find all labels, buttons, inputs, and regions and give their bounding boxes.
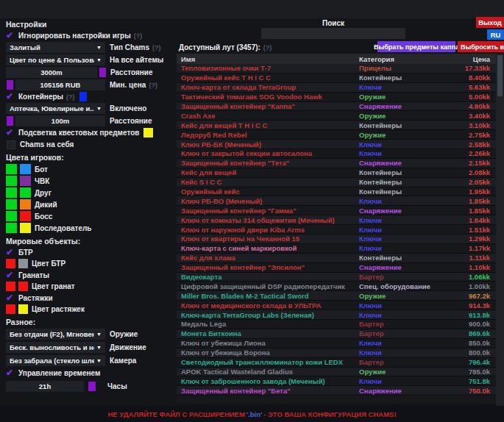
- help-icon[interactable]: (?): [66, 93, 75, 101]
- table-row[interactable]: Ключ от заброшенного завода (Меченый)Клю…: [177, 376, 496, 386]
- world-color-swatch-1[interactable]: [6, 282, 15, 291]
- checkmark-icon[interactable]: ✔: [6, 368, 17, 378]
- table-scrollbar[interactable]: [496, 54, 504, 406]
- table-row[interactable]: Ключ РБ-ВО (Меченый)Ключи1.85kk: [177, 196, 496, 206]
- world-object-checkbox[interactable]: ✔Растяжки: [6, 293, 174, 302]
- table-row[interactable]: Ключ-карта TerraGroup Labs (Зеленая)Ключ…: [177, 310, 496, 320]
- player-color-swatch-1[interactable]: [6, 176, 17, 186]
- self-chams-checkbox[interactable]: Chams на себя: [6, 140, 174, 149]
- table-row[interactable]: Ледоруб Red RebelОружие2.75kk: [177, 130, 496, 140]
- table-row[interactable]: Светодиодный трансиллюминатор кожи LEDXБ…: [177, 358, 496, 368]
- table-row[interactable]: Защищенный контейнер "Эпсилон"Снаряжение…: [177, 263, 496, 273]
- help-icon[interactable]: (?): [263, 44, 272, 51]
- table-row[interactable]: Медаль LegaБартер900.0k: [177, 320, 496, 329]
- table-row[interactable]: Ключ РБ-БК (Меченый)Ключи2.58kk: [177, 140, 496, 149]
- world-color-swatch-2[interactable]: [18, 304, 28, 314]
- table-row[interactable]: Монета БиткоинаБартер869.6k: [177, 329, 496, 339]
- checkmark-icon[interactable]: ✔: [6, 31, 17, 40]
- ignore-game-settings-checkbox[interactable]: ✔ Игнорировать настройки игры (?): [6, 31, 174, 40]
- hours-color-swatch[interactable]: [88, 382, 96, 391]
- unchecked-box-icon[interactable]: [7, 140, 15, 149]
- misc-select[interactable]: Без отдачи (F2), Мгновенное п▼: [6, 329, 105, 340]
- checkmark-icon[interactable]: ✔: [6, 92, 17, 101]
- table-row[interactable]: APOK Tactical Wasteland GladiusОружие785…: [177, 368, 496, 377]
- checkmark-icon[interactable]: ✔: [6, 293, 17, 303]
- distance-color-swatch[interactable]: [99, 68, 106, 77]
- table-row[interactable]: Кейс для хламаКонтейнеры1.11kk: [177, 254, 496, 263]
- table-row[interactable]: Ключ от квартиры на Чеканной 15Ключи1.29…: [177, 235, 496, 244]
- containers-color-swatch[interactable]: [79, 92, 87, 101]
- hours-input[interactable]: 21h: [6, 381, 84, 392]
- table-row[interactable]: Тактический томагавк SOG Voodoo HawkОруж…: [177, 93, 496, 102]
- language-button[interactable]: RU: [487, 29, 504, 40]
- table-row[interactable]: [177, 396, 496, 405]
- distance-input[interactable]: 3000m: [6, 67, 97, 78]
- help-icon[interactable]: (?): [152, 44, 161, 51]
- player-color-swatch-1[interactable]: [6, 199, 17, 210]
- table-row[interactable]: Ключ от комнаты 314 общежития (Меченый)К…: [177, 215, 496, 225]
- table-row[interactable]: Защищенный контейнер "Гамма"Снаряжение1.…: [177, 206, 496, 215]
- window-titlebar[interactable]: [0, 0, 504, 18]
- misc-select[interactable]: Без забрала (стекло шлема)▼: [6, 355, 105, 366]
- misc-select[interactable]: Беск. выносливость и нет уста▼: [6, 342, 105, 353]
- table-row[interactable]: Кейс S I C CКонтейнеры2.05kk: [177, 178, 496, 187]
- column-header-price[interactable]: Цена: [446, 55, 496, 63]
- quest-highlight-checkbox[interactable]: ✔ Подсветка квестовых предметов: [6, 128, 174, 137]
- table-row[interactable]: Ключ от медицинского склада в УЛЬТРАКлюч…: [177, 301, 496, 310]
- world-color-swatch-2[interactable]: [18, 282, 28, 291]
- loot-filter-select[interactable]: Аптечка, Ювелирные и... ▼: [6, 103, 105, 114]
- table-row[interactable]: Защищенный контейнер "Бета"Снаряжение750…: [177, 386, 496, 396]
- player-color-swatch-1[interactable]: [6, 187, 17, 198]
- table-row[interactable]: Crash AxeОружие3.40kk: [177, 111, 496, 121]
- search-input[interactable]: [261, 28, 405, 39]
- help-icon[interactable]: (?): [134, 32, 143, 40]
- table-row[interactable]: Тепловизионные очки Т-7Прицелы17.33kk: [177, 64, 496, 74]
- world-color-swatch-2[interactable]: [18, 259, 28, 268]
- exit-button[interactable]: Выход: [476, 17, 504, 28]
- player-color-swatch-1[interactable]: [6, 211, 17, 221]
- table-row[interactable]: Ключ-карта от склада TerraGroupКлючи5.63…: [177, 83, 496, 93]
- select-kappa-items-button[interactable]: Выбрать предметы каппа: [377, 41, 455, 52]
- column-header-name[interactable]: Имя: [177, 55, 359, 63]
- player-color-swatch-2[interactable]: [20, 211, 31, 221]
- checkmark-icon[interactable]: ✔: [6, 271, 17, 280]
- min-price-color-swatch[interactable]: [7, 80, 13, 90]
- table-row[interactable]: Защищенный контейнер "Тета"Снаряжение2.1…: [177, 159, 496, 168]
- table-row[interactable]: Ключ от наружной двери Kiba ArmsКлючи1.5…: [177, 225, 496, 235]
- world-object-checkbox[interactable]: ✔БТР: [6, 248, 174, 257]
- table-row[interactable]: Ключ от убежища ВоронаКлючи800.0k: [177, 348, 496, 358]
- chams-type-select[interactable]: Залитый ▼: [6, 42, 105, 53]
- time-control-checkbox[interactable]: ✔ Управление временем: [6, 368, 174, 378]
- loot-distance-color-swatch[interactable]: [7, 116, 13, 126]
- player-color-swatch-2[interactable]: [20, 187, 31, 198]
- table-row[interactable]: Miller Bros. Blades M-2 Tactical SwordОр…: [177, 291, 496, 301]
- column-header-category[interactable]: Категория: [359, 55, 446, 63]
- loot-distance-input[interactable]: 100m: [15, 115, 105, 126]
- player-color-swatch-2[interactable]: [20, 223, 31, 233]
- table-row[interactable]: Оружейный кейс T H I C CКонтейнеры8.40kk: [177, 74, 496, 83]
- quest-color-swatch[interactable]: [143, 128, 153, 137]
- min-price-input[interactable]: 105156 RUB: [15, 79, 105, 90]
- player-color-swatch-2[interactable]: [20, 176, 31, 186]
- player-color-swatch-2[interactable]: [20, 199, 31, 210]
- table-row[interactable]: Ключ-карта с синей маркировкойКлючи1.17k…: [177, 244, 496, 254]
- color-mode-select[interactable]: Цвет по цене & Пользователь ▼: [6, 54, 105, 65]
- table-row[interactable]: Цифровой защищенный DSP радиопередатчикС…: [177, 282, 496, 291]
- world-object-checkbox[interactable]: ✔Гранаты: [6, 271, 174, 279]
- table-row[interactable]: ВидеокартаБартер1.06kk: [177, 273, 496, 282]
- table-row[interactable]: Оружейный кейсКонтейнеры1.95kk: [177, 187, 496, 197]
- checkmark-icon[interactable]: ✔: [6, 128, 17, 137]
- player-color-swatch-2[interactable]: [20, 164, 31, 174]
- checkmark-icon[interactable]: ✔: [6, 248, 17, 257]
- table-row[interactable]: Кейс для вещейКонтейнеры2.08kk: [177, 168, 496, 178]
- world-color-swatch-1[interactable]: [6, 304, 15, 314]
- help-icon[interactable]: (?): [149, 82, 157, 89]
- containers-checkbox[interactable]: ✔ Контейнеры (?): [6, 92, 174, 101]
- drop-all-button[interactable]: Выбросить все: [458, 41, 504, 52]
- world-color-swatch-1[interactable]: [6, 259, 15, 268]
- player-color-swatch-1[interactable]: [6, 223, 17, 233]
- table-row[interactable]: Защищенный контейнер "Каппа"Снаряжение4.…: [177, 102, 496, 112]
- table-row[interactable]: Ключ от закрытой секции автосалонаКлючи2…: [177, 149, 496, 159]
- table-row[interactable]: Кейс для вещей T H I C CКонтейнеры3.10kk: [177, 121, 496, 130]
- table-row[interactable]: Ключ от убежища ЛионаКлючи850.0k: [177, 339, 496, 348]
